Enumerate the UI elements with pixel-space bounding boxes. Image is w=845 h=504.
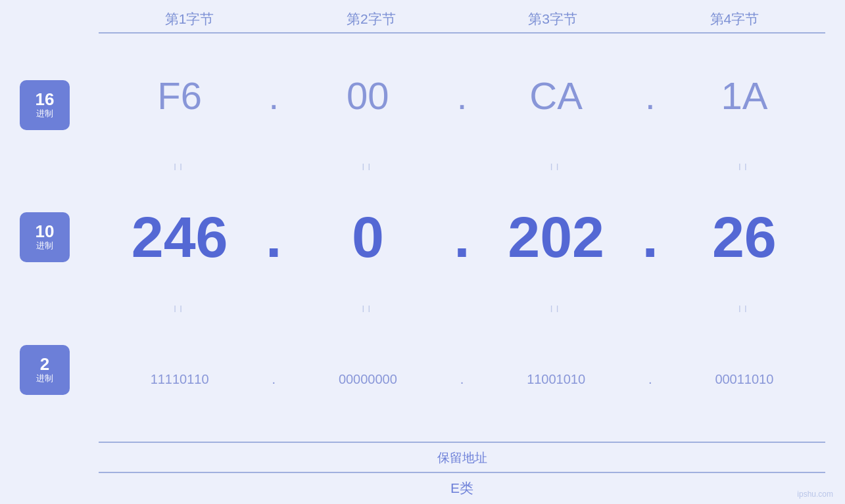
eq1-b4: II	[664, 161, 825, 172]
data-zone: F6 . 00 . CA . 1A	[99, 34, 825, 442]
header-zone: 第1字节 第2字节 第3字节 第4字节	[99, 10, 825, 34]
hex-dot3: .	[637, 74, 664, 118]
byte2-header: 第2字节	[280, 10, 462, 34]
hex-dot1: .	[260, 74, 287, 118]
eq-row-2: II II II II	[99, 300, 825, 318]
hex-b2: 00	[287, 74, 448, 118]
bin-dot2: .	[449, 372, 475, 387]
bin-badge-label: 进制	[36, 373, 53, 384]
hex-b1: F6	[99, 74, 260, 118]
eq1-b2: II	[287, 161, 448, 172]
eq2-b1: II	[99, 303, 260, 314]
hex-b3: CA	[475, 74, 637, 118]
bin-b1: 11110110	[99, 372, 260, 387]
eq1-b3: II	[475, 161, 637, 172]
label-zone: 16 进制 10 进制 2 进制	[20, 34, 99, 442]
reserved-address-label: 保留地址	[99, 443, 825, 472]
bin-dot3: .	[637, 372, 664, 387]
dec-row: 246 . 0 . 202 . 26	[99, 175, 825, 299]
dec-badge: 10 进制	[20, 212, 70, 262]
dec-b2: 0	[287, 204, 448, 271]
dec-badge-num: 10	[36, 223, 55, 240]
byte1-header: 第1字节	[99, 10, 280, 34]
watermark: ipshu.com	[797, 490, 833, 499]
dec-dot3: .	[637, 204, 664, 271]
dec-b4: 26	[664, 204, 825, 271]
eq1-b1: II	[99, 161, 260, 172]
dec-dot2: .	[449, 204, 475, 271]
bin-badge: 2 进制	[20, 345, 70, 395]
page: 第1字节 第2字节 第3字节 第4字节 16 进制 10 进制 2 进制	[0, 0, 845, 504]
byte4-header: 第4字节	[644, 10, 825, 34]
dec-b1: 246	[99, 204, 260, 271]
hex-b4: 1A	[664, 74, 825, 118]
dec-b3: 202	[475, 204, 637, 271]
eq2-b2: II	[287, 303, 448, 314]
hex-badge: 16 进制	[20, 80, 70, 130]
bin-b4: 00011010	[664, 372, 825, 387]
eq-row-1: II II II II	[99, 157, 825, 175]
bin-row: 11110110 . 00000000 . 11001010 .	[99, 318, 825, 442]
hex-badge-label: 进制	[36, 108, 53, 120]
footer-zone: 保留地址 E类	[99, 442, 825, 497]
class-label: E类	[99, 473, 825, 497]
bin-b3: 11001010	[475, 372, 637, 387]
dec-badge-label: 进制	[36, 240, 53, 252]
byte3-header: 第3字节	[462, 10, 644, 34]
hex-row: F6 . 00 . CA . 1A	[99, 34, 825, 157]
bin-dot1: .	[260, 372, 287, 387]
body-zone: 16 进制 10 进制 2 进制 F6 .	[20, 34, 825, 442]
eq2-b3: II	[475, 303, 637, 314]
eq2-b4: II	[664, 303, 825, 314]
dec-dot1: .	[260, 204, 287, 271]
bin-badge-num: 2	[40, 355, 49, 373]
hex-dot2: .	[449, 74, 475, 118]
bin-b2: 00000000	[287, 372, 448, 387]
hex-badge-num: 16	[36, 91, 55, 108]
